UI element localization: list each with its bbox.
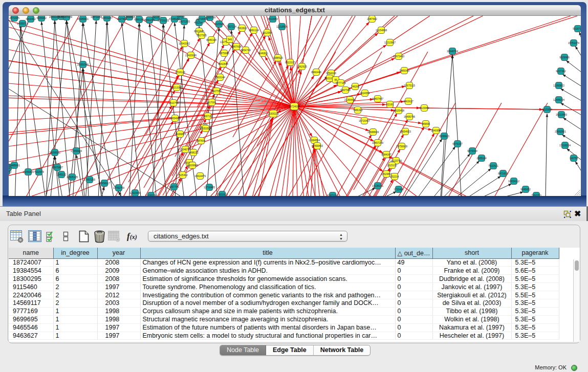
svg-text:12444194: 12444194 [553,98,564,101]
svg-text:546: 546 [228,38,232,41]
svg-text:62160: 62160 [386,103,394,106]
svg-text:11156829: 11156829 [23,170,34,173]
svg-text:2867608: 2867608 [231,45,242,48]
svg-text:10671355: 10671355 [179,20,190,23]
svg-text:6966160: 6966160 [134,18,144,21]
svg-text:15751074: 15751074 [568,41,579,45]
svg-text:19384554: 19384554 [309,139,320,142]
svg-text:10782759: 10782759 [113,186,124,189]
svg-text:17016534: 17016534 [559,144,571,147]
svg-text:18724007: 18724007 [289,105,300,108]
svg-text:14136141: 14136141 [372,184,383,187]
svg-text:3660124: 3660124 [249,29,259,32]
svg-text:8471676: 8471676 [498,172,508,175]
svg-text:7022674: 7022674 [34,170,44,173]
svg-text:7625402: 7625402 [178,173,188,177]
svg-text:7357224: 7357224 [226,25,236,28]
svg-text:12093822: 12093822 [553,84,564,87]
svg-text:39587039: 39587039 [61,16,72,18]
svg-text:9777169: 9777169 [336,81,346,84]
svg-text:12213363: 12213363 [171,86,182,89]
svg-text:10025458: 10025458 [393,109,404,112]
svg-text:16009949: 16009949 [187,164,198,167]
svg-text:2571945: 2571945 [9,16,19,19]
svg-text:10958117: 10958117 [99,182,110,185]
svg-text:10872248: 10872248 [91,16,102,18]
svg-text:14055713: 14055713 [17,22,28,25]
svg-text:81971316: 81971316 [327,194,338,196]
svg-text:9242848: 9242848 [218,62,228,65]
svg-text:16154808: 16154808 [376,29,387,32]
svg-text:5918715: 5918715 [573,27,581,30]
svg-text:17957255: 17957255 [84,178,95,181]
svg-text:13353594: 13353594 [200,127,211,130]
svg-text:3267110: 3267110 [203,115,212,118]
svg-text:91030736: 91030736 [145,194,157,196]
svg-text:20206531: 20206531 [49,151,60,154]
svg-text:23718431: 23718431 [197,17,208,20]
svg-text:6794028: 6794028 [326,72,336,75]
svg-text:587834: 587834 [197,139,206,142]
svg-text:1588520: 1588520 [273,56,283,59]
svg-text:5875685: 5875685 [219,52,229,55]
svg-text:3912954: 3912954 [262,31,272,34]
svg-text:10807487: 10807487 [372,97,383,100]
svg-text:16120746: 16120746 [390,159,402,162]
svg-text:10653287: 10653287 [101,16,113,19]
svg-text:1362615: 1362615 [297,65,307,68]
svg-text:20053346: 20053346 [77,63,89,66]
svg-text:25300215: 25300215 [268,112,279,115]
svg-text:12218506: 12218506 [276,25,288,28]
svg-text:13654923: 13654923 [400,130,411,133]
svg-text:8090293: 8090293 [144,18,155,21]
svg-text:6497568: 6497568 [340,89,351,92]
svg-text:17359924: 17359924 [71,149,82,152]
svg-text:9215958: 9215958 [542,108,552,111]
svg-text:21364436: 21364436 [344,98,356,101]
svg-text:16210643: 16210643 [556,113,567,116]
svg-text:93975887: 93975887 [52,166,63,169]
svg-text:7632621: 7632621 [488,164,498,167]
svg-text:8990448: 8990448 [311,71,321,74]
svg-text:989695: 989695 [422,122,430,125]
svg-text:9463627: 9463627 [403,100,413,103]
svg-text:9084067: 9084067 [381,153,391,156]
svg-text:19166823: 19166823 [175,133,186,136]
svg-text:746266: 746266 [351,85,360,88]
svg-text:7515526: 7515526 [214,23,224,26]
svg-text:9115460: 9115460 [419,106,429,110]
svg-text:1810755: 1810755 [168,101,179,104]
svg-text:8454749: 8454749 [241,49,251,52]
svg-text:2718126: 2718126 [175,71,185,74]
svg-text:16648764: 16648764 [447,50,458,53]
svg-text:10973493: 10973493 [393,55,404,58]
svg-text:7663822: 7663822 [237,27,247,30]
svg-text:1733426: 1733426 [394,188,404,191]
svg-text:7350753: 7350753 [531,194,541,196]
svg-text:13716485: 13716485 [204,186,215,189]
svg-text:15720407: 15720407 [359,119,370,122]
svg-text:9329966: 9329966 [559,56,570,59]
svg-text:4498222: 4498222 [188,151,199,154]
svg-text:4335942: 4335942 [36,16,47,19]
svg-text:15692901: 15692901 [555,130,566,133]
svg-text:16495796: 16495796 [404,115,415,118]
svg-text:1615132: 1615132 [387,164,397,167]
svg-text:3624554: 3624554 [360,92,370,95]
svg-text:8427552: 8427552 [211,90,222,93]
svg-text:6322037: 6322037 [285,61,295,64]
svg-text:23420046: 23420046 [185,54,197,57]
svg-text:2087682: 2087682 [367,17,377,20]
svg-text:10688609: 10688609 [367,130,379,134]
svg-text:8938923: 8938923 [439,135,449,138]
svg-text:116753: 116753 [570,157,578,160]
svg-text:1640954: 1640954 [431,129,441,132]
svg-text:2935114: 2935114 [476,157,486,160]
svg-text:12485061: 12485061 [9,164,20,167]
svg-text:19654983: 19654983 [169,117,181,120]
svg-text:1527602: 1527602 [117,17,127,20]
svg-text:8186328: 8186328 [206,38,216,41]
svg-text:89089901: 89089901 [77,17,89,20]
svg-text:417006: 417006 [208,101,216,104]
svg-text:7986322: 7986322 [353,108,363,112]
